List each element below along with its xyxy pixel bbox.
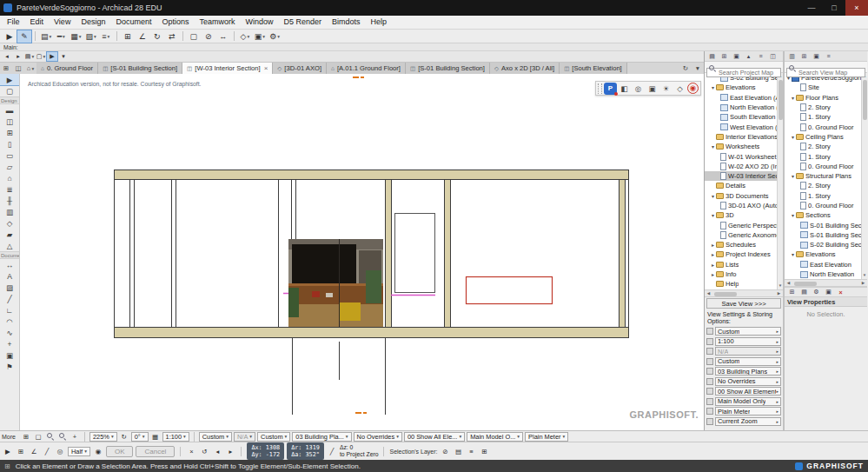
marquee-icon[interactable]: ▢ <box>187 30 201 43</box>
expand-arrow-icon[interactable]: ▾ <box>790 173 796 179</box>
menu-item-help[interactable]: Help <box>366 16 393 29</box>
expand-arrow-icon[interactable]: ▾ <box>710 212 716 218</box>
rotate-icon[interactable]: ↻ <box>150 30 164 43</box>
next-coordinate-icon[interactable]: ▸ <box>225 447 235 456</box>
save-view-button[interactable]: Save View >>> <box>706 298 781 309</box>
keyboard-input-icon[interactable]: ⊞ <box>480 447 490 456</box>
snap-fraction-select[interactable]: Half▾ <box>68 447 90 456</box>
view-setting-row[interactable]: Custom▸ <box>705 356 783 367</box>
scroll-thumb[interactable] <box>714 292 737 296</box>
railing-tool[interactable]: ╫ <box>0 195 19 206</box>
scroll-down-icon[interactable] <box>863 272 866 279</box>
tree-item[interactable]: ▾Ceiling Plans <box>785 132 861 142</box>
expand-arrow-icon[interactable]: ▸ <box>710 271 716 277</box>
quick-option-select[interactable]: No Overrides▾ <box>354 432 402 442</box>
new-folder-icon[interactable]: ⊞ <box>798 52 810 61</box>
tree-item[interactable]: 0. Ground Floor <box>785 162 861 171</box>
tree-item[interactable]: ▾Worksheets <box>705 142 777 151</box>
tree-item[interactable]: East Elevation (Au... <box>705 93 777 103</box>
prev-coordinate-icon[interactable]: ◂ <box>212 447 222 456</box>
cursor-menu-icon[interactable]: ▾ <box>58 52 69 61</box>
tab-arrange-icon[interactable]: ▤▾ <box>24 52 35 61</box>
roof-tool[interactable]: ⌂ <box>0 172 19 183</box>
measure-icon[interactable]: ↔ <box>216 30 230 43</box>
project-map-search-input[interactable] <box>706 68 781 77</box>
home-tab-icon[interactable]: ⌂▾ <box>24 63 36 74</box>
tree-item[interactable]: Details <box>705 181 777 190</box>
label-tool[interactable]: ⚑ <box>0 361 19 372</box>
tree-item[interactable]: ▸Info <box>705 269 777 279</box>
tree-item[interactable]: 0. Ground Floor <box>785 122 861 131</box>
door-tool[interactable]: ◫ <box>0 116 19 127</box>
tree-item[interactable]: 2. Story <box>785 181 861 190</box>
pane-layout-icon[interactable]: ▢▾ <box>36 52 46 61</box>
menu-item-d5-render[interactable]: D5 Render <box>279 16 328 29</box>
map-settings-icon[interactable]: ≡ <box>823 52 834 61</box>
arrow-tool[interactable]: ▶ <box>0 74 19 85</box>
clone-view-icon[interactable]: ▣ <box>811 52 822 61</box>
tree-item[interactable]: ▾3D Documents <box>705 191 777 201</box>
zoom-level-select[interactable]: 225%▾ <box>89 432 117 442</box>
tree-item[interactable]: ▾Structural Plans <box>785 171 861 181</box>
line-weight-icon[interactable]: ━▾ <box>54 30 68 43</box>
view-setting-row[interactable]: 00 Show All Elements▸ <box>705 387 783 397</box>
spline-tool[interactable]: ∿ <box>0 327 19 338</box>
expand-arrow-icon[interactable]: ▸ <box>710 251 716 257</box>
project-map-icon[interactable]: ▤ <box>706 52 718 61</box>
view-setting-row[interactable]: Current Zoom▸ <box>705 416 783 427</box>
minimize-button[interactable]: — <box>800 0 823 16</box>
polyline-tool[interactable]: ∟ <box>0 304 19 316</box>
scroll-track[interactable] <box>792 280 859 286</box>
layer-list-icon[interactable]: ▤ <box>454 447 464 456</box>
pen-tool-icon[interactable]: ✎ <box>17 30 31 43</box>
3d-style-icon[interactable]: ◇ <box>673 83 686 95</box>
fill-tool[interactable]: ▨ <box>0 282 19 293</box>
snap-point-icon[interactable]: ◎ <box>55 447 65 456</box>
document-tab[interactable]: ⌂0. Ground Floor <box>36 63 98 74</box>
view-setting-row[interactable]: No Overrides▸ <box>705 376 783 387</box>
expand-arrow-icon[interactable]: ▾ <box>790 95 796 101</box>
tree-item[interactable]: ▾Sections <box>785 210 861 220</box>
quick-option-select[interactable]: 00 Show All Ele...▾ <box>404 432 465 442</box>
tab-overflow-icon[interactable]: ▾ <box>692 63 704 74</box>
document-tab[interactable]: ◫[S-01 Building Section] <box>98 63 182 74</box>
pan-icon[interactable]: + <box>70 432 80 442</box>
new-view-folder-icon[interactable]: ▤ <box>798 288 810 296</box>
trim-icon[interactable]: ⊘ <box>202 30 215 43</box>
tree-item[interactable]: North Elevation <box>785 269 861 279</box>
tree-item[interactable]: ▾Elevations <box>705 83 777 92</box>
split-tab-icon[interactable]: ◫ <box>12 63 24 74</box>
tree-item[interactable]: South Elevation (A... <box>705 112 777 122</box>
menu-item-options[interactable]: Options <box>156 16 194 29</box>
menu-item-design[interactable]: Design <box>76 16 110 29</box>
line-tool[interactable]: ╱ <box>0 293 19 304</box>
tree-item[interactable]: S-01 Building Secti... <box>785 230 861 240</box>
menu-item-window[interactable]: Window <box>240 16 278 29</box>
guide-angle-icon[interactable]: ∠ <box>29 447 39 456</box>
tree-item[interactable]: S-01 Building Secti... <box>785 220 861 229</box>
tree-item[interactable]: W-02 AXO 2D (Ind... <box>705 162 777 171</box>
zoom-out-icon[interactable] <box>45 432 56 442</box>
stair-tool[interactable]: ≣ <box>0 183 19 195</box>
tree-item[interactable]: 1. Story <box>785 151 861 161</box>
maximize-button[interactable]: □ <box>823 0 845 16</box>
tree-item[interactable]: ▾Elevations <box>785 249 861 259</box>
scroll-track[interactable] <box>712 290 775 296</box>
active-cursor-icon[interactable]: ▶ <box>47 52 57 61</box>
view-setting-row[interactable]: Custom▸ <box>705 327 783 337</box>
view-setting-row[interactable]: Main Model Only▸ <box>705 396 783 407</box>
menu-item-teamwork[interactable]: Teamwork <box>194 16 240 29</box>
sun-study-icon[interactable]: ☀ <box>659 83 673 95</box>
grid-snap-icon[interactable]: ⊞ <box>121 30 135 43</box>
clone-icon[interactable]: ▣ <box>731 52 742 61</box>
quick-option-select[interactable]: Main Model O...▾ <box>467 432 523 442</box>
tree-item[interactable]: West Elevation (A... <box>705 122 777 131</box>
tree-item[interactable]: East Elevation <box>785 260 861 269</box>
d5-render-icon[interactable]: P <box>604 83 617 95</box>
delete-view-icon[interactable]: × <box>835 288 846 296</box>
fill-type-icon[interactable]: ▨▾ <box>84 30 98 43</box>
hotspot-tool[interactable]: + <box>0 338 19 349</box>
view-setting-row[interactable]: Plain Meter▸ <box>705 407 783 417</box>
mesh-tool[interactable]: △ <box>0 240 19 251</box>
rotation-angle-select[interactable]: 0°▾ <box>131 432 149 442</box>
